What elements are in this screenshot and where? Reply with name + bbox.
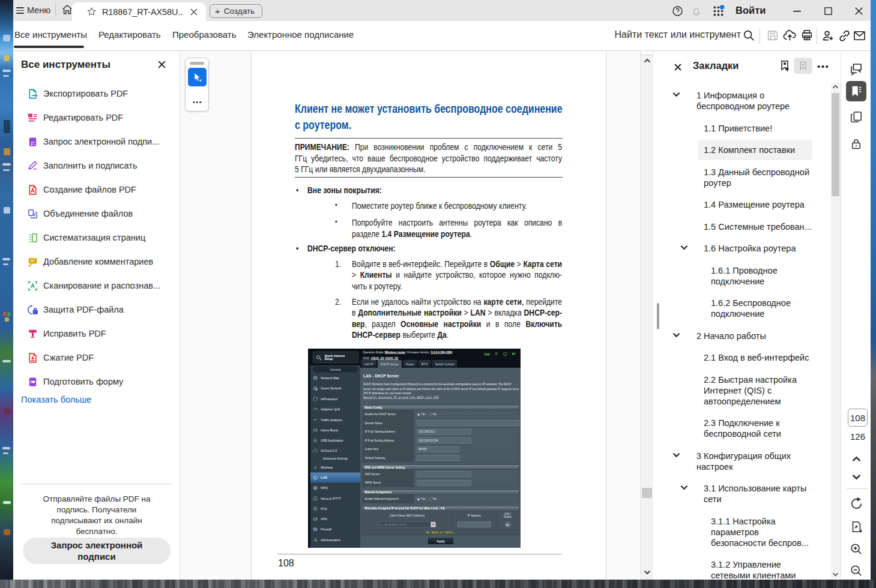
previous-page-button[interactable]: [846, 449, 866, 469]
router-radio-no[interactable]: No: [429, 413, 436, 416]
toolbar-tab-all-tools[interactable]: Все инструменты: [14, 29, 87, 40]
favorite-star-icon[interactable]: [86, 7, 97, 17]
router-faq-link[interactable]: Manually Assigned IP around the DHCP lis…: [363, 396, 439, 400]
document-scrollbar[interactable]: [640, 52, 653, 580]
bookmark-item[interactable]: 1.1 Приветствие!: [663, 123, 814, 134]
router-input[interactable]: [417, 455, 459, 461]
router-nav-item[interactable]: Traffic Analyzer: [310, 415, 360, 425]
current-bookmark-button[interactable]: [794, 58, 812, 74]
bookmark-expand-icon[interactable]: [680, 245, 688, 250]
bookmark-item[interactable]: 3.1 Использование карты сети: [663, 483, 814, 505]
splitter-grip[interactable]: [657, 303, 659, 329]
find-tool-label[interactable]: Найти текст или инструмент: [615, 29, 741, 40]
router-tab[interactable]: IPTV: [418, 360, 430, 368]
router-nav-item[interactable]: Firewall: [310, 524, 360, 535]
router-input[interactable]: [417, 420, 519, 426]
router-nav-item[interactable]: AiCloud 2.0: [310, 446, 360, 456]
page-number-input[interactable]: 108: [848, 409, 868, 427]
bookmark-item[interactable]: 2.2 Быстрая настройка Интернет (QIS) с а…: [663, 374, 814, 407]
rotate-page-button[interactable]: [846, 493, 866, 514]
search-button[interactable]: [742, 29, 757, 43]
print-button[interactable]: [800, 29, 815, 43]
tools-panel-close-button[interactable]: [157, 60, 167, 70]
create-button[interactable]: + Создать: [210, 4, 262, 18]
tool-item-3[interactable]: Запрос электронной подпи...: [21, 130, 159, 154]
tab-close-icon[interactable]: [190, 8, 198, 16]
bookmarks-scroll-down-icon[interactable]: [832, 572, 839, 577]
bookmark-item[interactable]: 1.6.1 Проводное подключение: [663, 265, 814, 287]
router-input[interactable]: 192.168.50.2: [417, 429, 471, 435]
bookmark-item[interactable]: 1.4 Размещение роутера: [663, 199, 814, 210]
app-grid-button[interactable]: [711, 4, 725, 17]
toolbar-tab-edit[interactable]: Редактировать: [98, 29, 161, 40]
notifications-button[interactable]: [689, 4, 702, 17]
router-ip-input[interactable]: [458, 522, 491, 528]
bookmark-item[interactable]: 1.6.2 Беспроводное подключение: [663, 298, 814, 319]
router-nav-item[interactable]: Guest Network: [310, 383, 360, 394]
toolbar-tab-convert[interactable]: Преобразовать: [172, 29, 236, 40]
toolbar-tab-esign[interactable]: Электронное подписание: [247, 29, 354, 40]
bookmark-item[interactable]: 1 Информация о беспроводном роутере: [663, 90, 814, 112]
router-input[interactable]: 192.168.50.254: [417, 437, 471, 443]
bookmark-item[interactable]: 1.3 Данный беспроводной роутер: [663, 167, 814, 188]
zoom-in-button[interactable]: [846, 539, 866, 559]
window-close-button[interactable]: [852, 4, 865, 17]
bookmarks-close-button[interactable]: [674, 63, 682, 71]
window-maximize-button[interactable]: [821, 4, 835, 17]
router-nav-item[interactable]: WAN: [310, 483, 360, 493]
bookmark-item[interactable]: 1.5 Системные требован...: [663, 221, 814, 232]
bookmark-expand-icon[interactable]: [672, 92, 680, 97]
tool-item-12[interactable]: Сжатие PDF: [21, 346, 94, 370]
bookmark-item[interactable]: 2 Начало работы: [663, 331, 814, 341]
bookmark-expand-icon[interactable]: [672, 452, 680, 458]
floating-toolbar-more-icon[interactable]: •••: [186, 98, 210, 106]
comments-tool-button[interactable]: [846, 59, 866, 79]
bookmark-item[interactable]: 2.3 Подключение к беспроводной сети: [663, 418, 814, 439]
scroll-down-icon[interactable]: [644, 570, 651, 575]
router-input[interactable]: 86400: [417, 446, 459, 452]
bookmarks-scrollbar[interactable]: [831, 83, 841, 578]
router-nav-item[interactable]: LAN: [310, 473, 360, 483]
menu-hamburger-icon[interactable]: [16, 7, 24, 14]
tool-item-6[interactable]: Объединение файлов: [21, 202, 133, 226]
pages-tool-button[interactable]: [846, 107, 866, 127]
bookmarks-scroll-up-icon[interactable]: [832, 85, 839, 89]
router-nav-item[interactable]: Alexa & IFTTT: [310, 493, 360, 503]
scroll-up-icon[interactable]: [644, 58, 651, 63]
floating-toolbar-handle[interactable]: [190, 62, 204, 65]
router-mac-select[interactable]: ex: 30:5A:3A:7D:12:34: [379, 522, 436, 528]
router-nav-item[interactable]: USB Application: [310, 436, 360, 446]
bookmark-item[interactable]: 2.1 Вход в веб-интерфейс: [663, 352, 814, 363]
request-esign-button[interactable]: Запрос электронной подписи: [23, 538, 171, 564]
router-user-icon[interactable]: [494, 352, 499, 356]
tool-item-1[interactable]: Экспортировать PDF: [21, 82, 128, 106]
bookmarks-scrollbar-thumb[interactable]: [832, 93, 839, 196]
bookmark-item[interactable]: 1.2 Комплект поставки: [663, 140, 814, 160]
bookmark-expand-icon[interactable]: [680, 485, 688, 490]
select-tool-button[interactable]: [188, 68, 207, 86]
bookmark-item[interactable]: 3.1.2 Управление сетевыми клиентами: [663, 559, 814, 580]
router-tab[interactable]: Switch Control: [432, 360, 458, 368]
zoom-out-button[interactable]: [846, 560, 866, 580]
router-tab[interactable]: LAN IP: [361, 360, 376, 368]
router-nav-item[interactable]: Administration: [310, 535, 360, 545]
tool-item-8[interactable]: Добавление комментариев: [21, 250, 153, 274]
security-tool-button[interactable]: [846, 134, 866, 154]
save-button[interactable]: [766, 29, 781, 43]
tool-item-9[interactable]: Сканирование и распознав...: [21, 274, 160, 298]
router-tab[interactable]: Route: [403, 360, 417, 368]
bookmarks-tool-button[interactable]: [846, 81, 866, 101]
router-nav-item[interactable]: VPN: [310, 514, 360, 524]
router-input[interactable]: [417, 480, 471, 486]
bookmark-item[interactable]: 3.1.1 Настройка параметров безопасности …: [663, 516, 814, 548]
bookmarks-options-icon[interactable]: •••: [817, 61, 829, 71]
router-nav-item[interactable]: AiProtection: [310, 394, 360, 404]
document-scrollbar-thumb[interactable]: [642, 488, 652, 498]
window-minimize-button[interactable]: [790, 4, 803, 17]
router-reboot-icon[interactable]: [503, 352, 508, 356]
bookmark-item[interactable]: 3 Конфигурация общих настроек: [663, 451, 814, 472]
document-tab[interactable]: R18867_RT-AX58U...: [72, 2, 206, 21]
tool-item-11[interactable]: Исправить PDF: [21, 322, 106, 346]
share-link-button[interactable]: [838, 29, 852, 43]
tool-item-5[interactable]: Создание файлов PDF: [21, 178, 136, 202]
